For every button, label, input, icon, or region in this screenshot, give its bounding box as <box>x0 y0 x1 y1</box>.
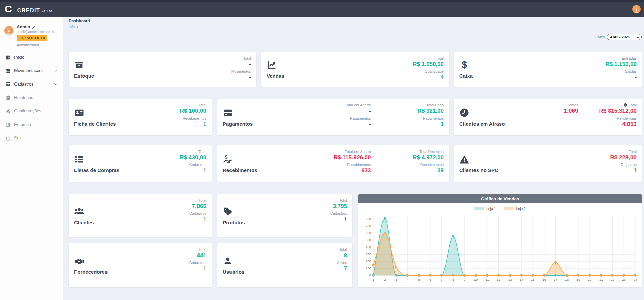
svg-text:13: 13 <box>508 278 512 281</box>
svg-text:800: 800 <box>366 217 371 221</box>
card-title: Ficha de Clientes <box>74 121 116 127</box>
stat-value: 1 <box>344 216 347 223</box>
sidebar-item-configuracoes[interactable]: Configurações <box>0 104 63 118</box>
stat: Cadastros1 <box>330 211 347 223</box>
stat: Total8 <box>339 247 347 259</box>
stat-value: 1 <box>441 121 444 128</box>
stat-value: R$ 430,00 <box>180 154 206 161</box>
stat: Total PagoR$ 321,00 <box>418 103 444 114</box>
month-select[interactable]: Abril - 2025 <box>607 34 642 40</box>
stat-label: Registros <box>621 163 637 167</box>
stat-label: Total Pago <box>426 103 444 107</box>
profile-name: Admin <box>17 24 30 29</box>
card-title: Vendas <box>267 73 284 79</box>
brand-version: v0.1.88 <box>42 10 52 13</box>
grid-icon <box>5 55 11 60</box>
hand-dollar-icon: $ <box>223 154 233 164</box>
stat-label: Total <box>629 103 637 107</box>
stat-value: - <box>369 121 371 128</box>
legend-swatch <box>504 207 514 210</box>
stat-value: 39 <box>437 167 444 174</box>
svg-text:300: 300 <box>366 252 371 256</box>
stat-value: 1.069 <box>564 108 578 114</box>
stat-value: R$ 1.050,00 <box>412 61 444 68</box>
svg-text:6: 6 <box>429 278 431 281</box>
svg-text:600: 600 <box>366 231 371 235</box>
card-title: Recebimentos <box>223 167 257 173</box>
sidebar-item-movimentacoes[interactable]: Movimentações <box>0 64 63 77</box>
card-usuarios: UsuáriosTotal8Ativos7 <box>217 243 352 287</box>
stat-label: Total <box>339 247 347 252</box>
stat-label: Entradas <box>622 56 637 60</box>
legend-item-1[interactable]: Loja 1 <box>474 207 496 211</box>
stat: TotalR$ 430,00 <box>180 149 206 161</box>
page-title: Dashboard <box>69 19 90 23</box>
sidebar-item-cadastros[interactable]: Cadastros <box>0 77 63 91</box>
stat-label: Quantidade <box>425 69 444 73</box>
brand-initial: C <box>5 3 12 15</box>
sidebar-item-empresa[interactable]: Empresa <box>0 118 63 131</box>
sidebar-item-sair[interactable]: Sair <box>0 131 63 145</box>
legend-item-2[interactable]: Loja 2 <box>504 207 526 211</box>
stat-value: 1 <box>203 265 206 272</box>
store-badge: LOJA VERTENTES <box>17 35 47 41</box>
stat: TotalR$ 815.312,00 <box>599 103 637 114</box>
legend-label: Loja 1 <box>486 207 496 211</box>
stat-value: R$ 4.972,00 <box>412 154 444 161</box>
sidebar-item-label: Sair <box>14 136 22 140</box>
stat: Pendências4.053 <box>617 116 637 128</box>
gear-icon <box>5 108 11 114</box>
svg-text:11: 11 <box>486 278 489 281</box>
svg-text:23: 23 <box>622 278 626 281</box>
sidebar-item-inicio[interactable]: Início <box>0 51 63 64</box>
stat-label: Total <box>198 149 206 154</box>
stat: Cadastros1 <box>189 261 206 272</box>
sidebar-item-label: Início <box>14 55 24 60</box>
stat-value: 1 <box>203 167 206 174</box>
card-listas-de-compras: Listas de ComprasTotalR$ 430,00Cadastros… <box>69 145 212 182</box>
stat: TotalR$ 228,00 <box>610 149 637 161</box>
sidebar-item-label: Cadastros <box>14 82 33 87</box>
breadcrumb-subtitle: Início <box>69 25 90 29</box>
chart-line-icon <box>267 60 277 70</box>
stat-label: Cadastros <box>189 261 206 265</box>
svg-text:18: 18 <box>565 278 569 281</box>
stat: Total441 <box>197 247 206 259</box>
sales-chart-card: Gráfico de Vendas Loja 1Loja 2 010020030… <box>358 194 642 287</box>
stat-label: Total <box>198 247 206 252</box>
stat-value: 4.053 <box>622 121 637 128</box>
stat: Registros1 <box>621 163 637 174</box>
card-clientes-no-spc: Clientes no SPCTotalR$ 228,00Registros1 <box>454 145 642 182</box>
stat-value: - <box>635 74 637 81</box>
top-bar: C CREDIT v0.1.88 <box>0 0 644 17</box>
card-title: Produtos <box>223 220 245 225</box>
user-icon <box>223 256 233 266</box>
svg-text:14: 14 <box>520 278 523 281</box>
card-produtos: ProdutosTotal3.795Cadastros1 <box>217 194 352 237</box>
svg-text:7: 7 <box>441 278 442 281</box>
stat-label: Recebimentos <box>183 116 206 120</box>
stat-label: Cadastros <box>189 163 206 167</box>
edit-profile-icon[interactable] <box>32 25 35 29</box>
user-avatar[interactable] <box>632 5 641 13</box>
chart-legend: Loja 1Loja 2 <box>361 205 639 212</box>
tag-icon <box>223 206 233 216</box>
svg-text:2: 2 <box>384 278 386 281</box>
stat-label: Total <box>198 103 206 107</box>
legend-swatch <box>474 207 484 210</box>
stat-label: Movimentos <box>231 69 251 73</box>
stat-value: - <box>249 61 251 68</box>
stat-value: R$ 100,00 <box>180 108 206 114</box>
card-title: Caixa <box>459 73 473 79</box>
stat: Clientes1.069 <box>564 103 578 114</box>
stat-value: 1 <box>634 167 637 174</box>
card-title: Fornecedores <box>74 269 108 275</box>
stat-label: Total <box>339 198 347 202</box>
stat: Total7.066 <box>192 198 206 210</box>
stat-label: Recebimentos <box>347 163 371 167</box>
sidebar-item-relatorios[interactable]: Relatórios <box>0 91 63 104</box>
sidebar-item-label: Relatórios <box>14 95 33 100</box>
svg-text:$: $ <box>462 60 467 70</box>
card-title: Clientes em Atraso <box>459 121 505 127</box>
stat-value: - <box>249 74 251 81</box>
